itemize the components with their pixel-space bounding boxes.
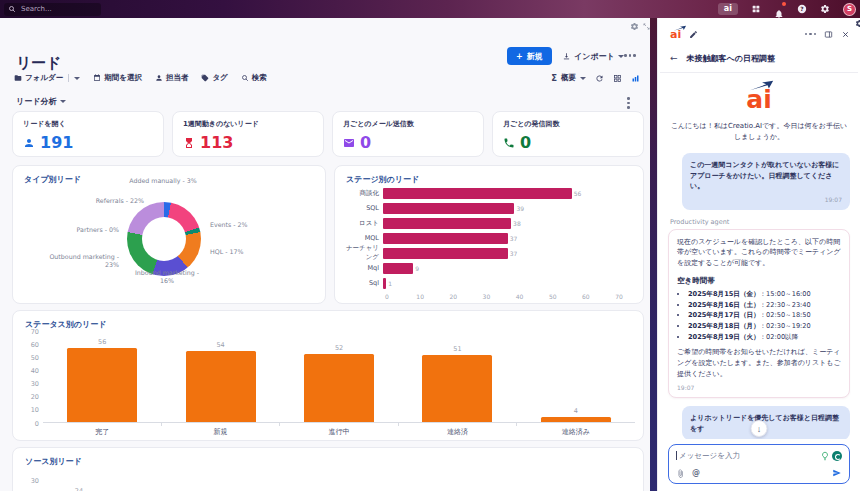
ai-panel-header: ai — [658, 18, 860, 44]
back-arrow-icon[interactable]: ← — [670, 54, 678, 63]
stage-bar — [383, 233, 508, 244]
kpi-tile[interactable]: 1週間動きのないリード113 — [172, 111, 324, 157]
close-icon[interactable] — [841, 30, 850, 39]
thread-title: 未接触顧客への日程調整 — [687, 53, 775, 64]
svg-text:?: ? — [800, 6, 803, 12]
leads-by-stage-card: ステージ別のリード 商談化56SQL39ロスト38MQL37ナーチャリング37M… — [334, 165, 644, 304]
kpi-value: 0 — [503, 133, 633, 152]
donut-segment-label: HQL - 17% — [210, 248, 243, 256]
chevron-down-icon — [60, 100, 66, 103]
donut-segment-label: Added manually - 3% — [125, 177, 201, 185]
owner-filter[interactable]: 担当者 — [155, 73, 189, 83]
creatio-ai-logo: ai — [670, 29, 681, 40]
ai-more-button[interactable] — [805, 33, 817, 36]
leads-by-status-card: ステータス別のリード 706050403020100 565452514 完了新… — [12, 310, 644, 441]
help-icon[interactable]: ? — [797, 4, 807, 14]
folder-filter[interactable]: フォルダー — [14, 73, 80, 83]
time-slot-item: 2025年8月17日（日） : 02:50～18:50 — [688, 310, 841, 321]
slots-heading: 空き時間帯 — [677, 275, 841, 287]
stage-bar-row: 商談化56 — [343, 187, 619, 199]
scroll-down-button[interactable]: ↓ — [751, 420, 768, 437]
kpi-value: 191 — [23, 133, 153, 152]
stage-bar-row: ロスト38 — [343, 217, 619, 229]
summary-label[interactable]: 概要 — [561, 73, 576, 83]
send-icon[interactable] — [832, 468, 842, 478]
search-input[interactable] — [19, 4, 89, 14]
dashboard-settings-icon[interactable] — [630, 22, 639, 31]
section-more-button[interactable] — [627, 97, 630, 109]
main-content: リード + 新規 インポート フォルダー 期間を選択 — [0, 18, 650, 491]
status-bar — [541, 417, 611, 422]
status-bar-slot: 56 — [43, 331, 161, 422]
donut-segment-label: Partners - 0% — [45, 226, 119, 234]
ai-greeting: こんにちは！私はCreatio.AIです。今日は何をお手伝いしましょうか。 — [670, 121, 848, 143]
copilot-status-icon[interactable] — [832, 451, 842, 461]
donut-segment-label: Outbound marketing - 23% — [39, 253, 119, 269]
kpi-tile[interactable]: 月ごとの発信回数0 — [492, 111, 644, 157]
summary-selector[interactable]: Σ — [551, 73, 557, 83]
chevron-down-icon — [580, 77, 586, 80]
panel-divider-strip — [650, 18, 657, 491]
panel-settings-icon[interactable] — [855, 19, 860, 28]
search-icon — [8, 5, 16, 13]
status-bar — [67, 348, 137, 422]
agent-message: 現在のスケジュールを確認したところ、以下の時間帯が空いています。これらの時間帯で… — [668, 229, 850, 398]
topbar-actions: ai ? S — [718, 0, 858, 18]
stage-bar — [383, 278, 386, 289]
person-icon — [155, 74, 163, 82]
section-title: リード分析 — [16, 96, 56, 107]
notifications-button[interactable] — [774, 4, 784, 14]
stage-bar — [383, 263, 413, 274]
tag-filter[interactable]: タグ — [201, 73, 227, 83]
donut-chart — [127, 202, 201, 276]
message-input[interactable]: メッセージを入力 @ — [668, 444, 850, 484]
kpi-label: リードを開く — [23, 119, 153, 129]
dock-panel-icon[interactable] — [824, 30, 833, 39]
stage-bar — [383, 218, 511, 229]
chat-area[interactable]: ai こんにちは！私はCreatio.AIです。今日は何をお手伝いしましょうか。… — [658, 73, 860, 439]
expand-icon[interactable] — [642, 22, 650, 31]
kpi-row: リードを開く1911週間動きのないリード113月ごとのメール送信数0月ごとの発信… — [12, 111, 644, 157]
apps-grid-icon[interactable] — [751, 4, 761, 14]
stage-bar-row: SQL39 — [343, 202, 619, 214]
status-bar-slot: 52 — [280, 331, 398, 422]
chart-title: タイプ別リード — [24, 174, 81, 185]
text-cursor — [676, 451, 677, 460]
more-actions-button[interactable] — [624, 54, 636, 57]
new-chat-icon[interactable] — [689, 30, 698, 39]
thread-header: ← 未接触顧客への日程調整 — [658, 44, 860, 72]
creatio-ai-logo-large: ai — [736, 87, 782, 113]
lightbulb-icon[interactable] — [820, 451, 830, 461]
dashboard-view-icon[interactable] — [631, 74, 640, 83]
envelope-icon — [343, 137, 355, 149]
message-timestamp: 19:07 — [690, 195, 842, 204]
new-button[interactable]: + 新規 — [507, 47, 552, 65]
user-avatar[interactable]: S — [843, 3, 856, 16]
ai-assistant-panel: ai ← 未接触顧客への日程調整 ai こんにちは！私はCreatio.AIです… — [657, 18, 860, 491]
search-filter[interactable]: 検索 — [241, 73, 267, 83]
kpi-label: 月ごとの発信回数 — [503, 119, 633, 129]
input-placeholder: メッセージを入力 — [679, 451, 820, 461]
mention-icon[interactable]: @ — [692, 469, 700, 477]
kpi-tile[interactable]: 月ごとのメール送信数0 — [332, 111, 484, 157]
period-filter[interactable]: 期間を選択 — [93, 73, 142, 83]
page-title: リード — [16, 54, 62, 73]
refresh-icon[interactable] — [595, 74, 604, 83]
status-bar — [422, 355, 492, 422]
plus-icon: + — [516, 52, 523, 61]
import-button[interactable]: インポート — [556, 50, 630, 63]
available-slots-list: 2025年8月15日（金） : 15:00～16:002025年8月16日（土）… — [677, 289, 841, 343]
attach-file-icon[interactable] — [676, 469, 685, 478]
section-header[interactable]: リード分析 — [16, 96, 66, 107]
chart-title: ステージ別のリード — [346, 174, 419, 185]
kpi-tile[interactable]: リードを開く191 — [12, 111, 164, 157]
tiles-view-icon[interactable] — [613, 74, 622, 83]
hourglass-icon — [183, 137, 195, 149]
stage-bar — [383, 188, 572, 199]
stage-bar-row: ナーチャリング37 — [343, 247, 619, 259]
global-search[interactable] — [4, 3, 101, 16]
settings-icon[interactable] — [820, 4, 830, 14]
leads-by-source-card: ソース別リード 302520151050 241917 — [12, 447, 644, 491]
ai-assistant-toggle[interactable]: ai — [718, 3, 738, 15]
status-bar — [186, 351, 256, 422]
